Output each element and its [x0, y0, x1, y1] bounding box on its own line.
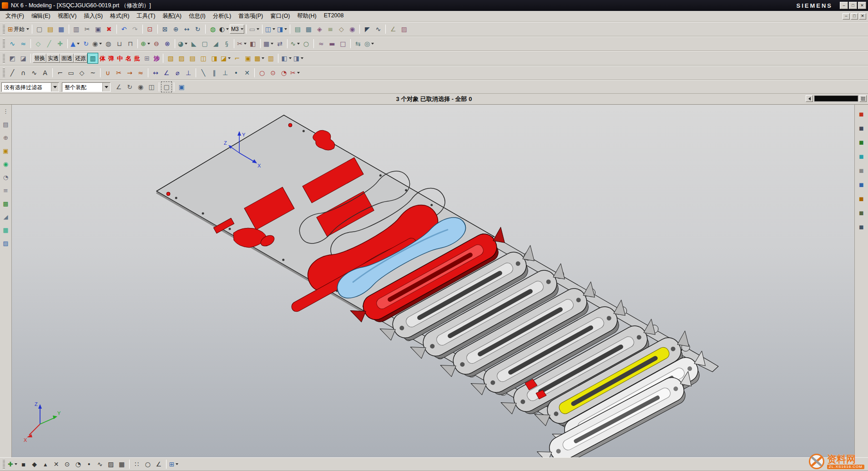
information-window-button[interactable]: ▤ [292, 24, 303, 35]
grid-tool-button[interactable]: ▨ [399, 24, 409, 35]
history-clock-icon[interactable]: ◔ [1, 172, 10, 182]
work-layer-dropdown-dropdown-arrow[interactable] [301, 57, 303, 59]
snap-tangent-button[interactable]: ○ [142, 459, 153, 470]
snap-intersection-button[interactable]: ✕ [51, 459, 62, 470]
pocket-button[interactable]: ⊔ [114, 38, 125, 49]
display-mode-dropdown-dropdown-arrow[interactable] [289, 57, 292, 59]
flange-tool-button[interactable]: ◪ [220, 53, 232, 64]
selection-filter-dropdown[interactable]: 没有选择过滤器 [1, 82, 59, 92]
rendering-style-dropdown[interactable]: ◐ [218, 24, 230, 35]
new-file-button[interactable]: ▢ [34, 24, 45, 35]
pattern-feature-button[interactable]: ▦ [262, 38, 274, 49]
navigation-pane-icon[interactable]: ▤ [1, 120, 10, 129]
lasso-select-button[interactable]: ∿ [373, 24, 384, 35]
background-color-dropdown[interactable]: ▭ [248, 24, 260, 35]
text-button[interactable]: A [40, 67, 50, 78]
reuse-library-icon[interactable]: ◼ [857, 152, 866, 161]
minimize-button[interactable]: – [840, 2, 848, 9]
offset-curve-button[interactable]: ≈ [135, 67, 146, 78]
snap-bounded-grid-button[interactable]: ▦ [116, 459, 127, 470]
promote-body-button[interactable]: ▤ [187, 53, 198, 64]
interpart-link-button[interactable]: ◫ [198, 53, 209, 64]
rotate-view-button[interactable]: ↻ [192, 24, 203, 35]
model-canvas[interactable]: Y X Z Z X Y [12, 105, 854, 457]
selection-scope-dropdown[interactable]: 整个装配 [62, 82, 111, 92]
snap-point-on-curve-button[interactable]: ∿ [95, 459, 106, 470]
menu-help[interactable]: 帮助(H) [293, 11, 320, 21]
selection-filter-arrow-icon[interactable] [51, 83, 59, 91]
snap-angle-point-button[interactable]: ∠ [153, 459, 164, 470]
save-button[interactable]: ▦ [56, 24, 67, 35]
datum-plane-button[interactable]: ◇ [33, 38, 44, 49]
scale-body-button[interactable]: □ [338, 38, 348, 49]
extrude-button-dropdown-arrow[interactable] [77, 43, 80, 45]
selection-scope-arrow-icon[interactable] [102, 83, 110, 91]
circle-button[interactable]: ○ [257, 67, 267, 78]
menu-view[interactable]: 视图(V) [54, 11, 81, 21]
body-display-button[interactable]: 体 [98, 54, 107, 63]
sketch-in-task-button[interactable]: ≈ [18, 38, 29, 49]
intersect-button[interactable]: ⊗ [162, 38, 173, 49]
quick-trim-button[interactable]: ✂ [289, 67, 301, 78]
arc-three-point-button[interactable]: ◔ [278, 67, 289, 78]
die-tool-button-dropdown-arrow[interactable] [262, 57, 264, 59]
menu-preferences[interactable]: 首选项(P) [235, 11, 267, 21]
synchronous-modeling-button-dropdown-arrow[interactable] [371, 43, 374, 45]
rectangle-selection-button[interactable]: ▢ [161, 81, 172, 92]
shell-button[interactable]: ▢ [199, 38, 210, 49]
mirror-feature-button[interactable]: ⇄ [274, 38, 285, 49]
sketch-button[interactable]: ∿ [7, 38, 18, 49]
menu-edit[interactable]: 编辑(E) [28, 11, 54, 21]
restore-display-button[interactable]: 还原 [74, 54, 87, 63]
polygon-button[interactable]: ◇ [76, 67, 87, 78]
zoom-button[interactable]: ⊕ [171, 24, 182, 35]
document-restore-button[interactable]: □ [851, 13, 858, 20]
quick-trim-button-dropdown-arrow[interactable] [297, 72, 300, 74]
snap-point-toggle-button-dropdown-arrow[interactable] [15, 463, 17, 465]
close-button[interactable]: ✕ [858, 2, 866, 9]
menu-information[interactable]: 信息(I) [185, 11, 209, 21]
hd3d-tools-icon[interactable]: ◼ [857, 166, 866, 175]
snap-two-point-button[interactable]: ∷ [131, 459, 142, 470]
section-view-button[interactable]: ◪ [18, 53, 29, 64]
intersection-point-button[interactable]: ✕ [242, 67, 252, 78]
materials-pane-icon[interactable]: ▩ [1, 199, 10, 208]
tools-pane-icon[interactable]: ▨ [1, 238, 10, 248]
movie-record-button[interactable]: ◉ [347, 24, 358, 35]
open-file-button[interactable]: ▤ [45, 24, 56, 35]
point-button[interactable]: • [231, 67, 242, 78]
toolbar-grip[interactable] [3, 459, 5, 469]
trim-body-button[interactable]: ✂ [236, 38, 247, 49]
constraint-navigator-icon[interactable]: ◼ [857, 123, 866, 132]
menu-insert[interactable]: 插入(S) [80, 11, 106, 21]
snap-point-on-face-button[interactable]: ▨ [106, 459, 116, 470]
fit-view-button[interactable]: ⊠ [160, 24, 171, 35]
show-hide-button[interactable]: ◫ [264, 24, 276, 35]
die-tool-button[interactable]: ▩ [253, 53, 265, 64]
boss-button[interactable]: ◍ [103, 38, 114, 49]
palette-folder-icon[interactable]: ▣ [1, 146, 10, 155]
restore-button[interactable]: □ [849, 2, 857, 9]
hole-button-dropdown-arrow[interactable] [99, 43, 102, 45]
view-orient-dropdown-dropdown-arrow[interactable] [241, 28, 243, 30]
spring-tool-button[interactable]: 弹 [107, 54, 116, 63]
command-finder-button[interactable]: ⊡ [145, 24, 156, 35]
fillet-button[interactable]: ∪ [102, 67, 113, 78]
studio-spline-button[interactable]: ~ [87, 67, 98, 78]
part-navigator-button[interactable]: ▩ [303, 24, 314, 35]
ruler-tool-button[interactable]: ∠ [388, 24, 399, 35]
collapsed-dock-bar[interactable] [814, 96, 858, 101]
snap-midpoint-button[interactable]: ◆ [29, 459, 40, 470]
pattern-feature-button-dropdown-arrow[interactable] [271, 43, 273, 45]
name-tool-button[interactable]: 名 [124, 54, 133, 63]
menu-assemblies[interactable]: 装配(A) [159, 11, 185, 21]
unite-button-dropdown-arrow[interactable] [147, 43, 150, 45]
hole-button[interactable]: ◉ [91, 38, 103, 49]
snap-control-point-button[interactable]: ▴ [40, 459, 51, 470]
batch-tool-button[interactable]: 批 [133, 54, 141, 63]
diameter-dimension-button[interactable]: ⌀ [172, 67, 183, 78]
start-menu-button[interactable]: ⊞开始 [7, 24, 30, 35]
chamfer-button[interactable]: ◣ [188, 38, 199, 49]
snap-angle-toggle-button[interactable]: ∠ [113, 81, 124, 92]
part-navigator-icon[interactable]: ◼ [857, 137, 866, 147]
